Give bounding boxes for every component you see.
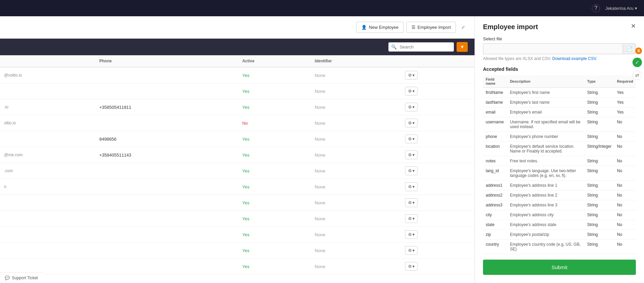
row-action-button[interactable]: ⚙ ▾ bbox=[405, 198, 418, 207]
file-text-input[interactable] bbox=[483, 43, 623, 54]
field-desc: Employee's address line 3 bbox=[507, 200, 584, 210]
table-area: Phone Active Identifier @voltio.io Yes N… bbox=[0, 55, 475, 278]
row-action-button[interactable]: ⚙ ▾ bbox=[405, 71, 418, 80]
row-action-button[interactable]: ⚙ ▾ bbox=[405, 262, 418, 271]
expand-button[interactable]: ⤢ bbox=[459, 22, 468, 33]
gear-icon: ⚙ bbox=[408, 105, 412, 109]
dropdown-arrow: ▾ bbox=[412, 248, 415, 253]
close-icon: ✕ bbox=[631, 23, 636, 29]
search-input[interactable] bbox=[400, 42, 454, 52]
field-type: String bbox=[584, 190, 614, 200]
dropdown-arrow: ▾ bbox=[412, 184, 415, 189]
field-row: country Employee's country code (e.g. US… bbox=[483, 240, 636, 254]
swap-badge: ⇄ bbox=[632, 70, 642, 80]
panel-title: Employee import bbox=[483, 23, 538, 31]
field-type: String bbox=[584, 98, 614, 107]
cell-active: Yes bbox=[238, 83, 311, 99]
row-action-button[interactable]: ⚙ ▾ bbox=[405, 230, 418, 239]
panel-header: Employee import ✕ bbox=[475, 16, 644, 36]
row-action-button[interactable]: ⚙ ▾ bbox=[405, 246, 418, 255]
field-desc: Employee's last name bbox=[507, 98, 584, 107]
cell-active: Yes bbox=[238, 243, 311, 259]
filter-button[interactable]: ▼ bbox=[457, 42, 468, 52]
cell-phone bbox=[95, 163, 238, 179]
cell-actions: ⚙ ▾ bbox=[401, 211, 475, 227]
field-type: String bbox=[584, 181, 614, 190]
support-ticket[interactable]: 💬 Support Ticket bbox=[0, 272, 43, 283]
field-row: city Employee's address city String No bbox=[483, 210, 636, 220]
cell-phone bbox=[95, 243, 238, 259]
file-icon: 📄 bbox=[626, 46, 632, 52]
field-required: No bbox=[614, 230, 636, 240]
employees-table: Phone Active Identifier @voltio.io Yes N… bbox=[0, 55, 475, 275]
cell-identifier: None bbox=[311, 115, 401, 131]
table-row: oltio.io No None ⚙ ▾ bbox=[0, 115, 475, 131]
dropdown-arrow: ▾ bbox=[412, 89, 415, 94]
user-icon: 👤 bbox=[361, 25, 367, 30]
field-required: No bbox=[614, 166, 636, 181]
field-desc: Employee's phone number bbox=[507, 132, 584, 142]
cell-email bbox=[0, 243, 95, 259]
submit-button[interactable]: Submit bbox=[483, 260, 636, 275]
row-action-button[interactable]: ⚙ ▾ bbox=[405, 135, 418, 143]
row-action-button[interactable]: ⚙ ▾ bbox=[405, 166, 418, 175]
cell-actions: ⚙ ▾ bbox=[401, 115, 475, 131]
cell-actions: ⚙ ▾ bbox=[401, 195, 475, 211]
file-hint: Allowed file types are XLSX and CSV. Dow… bbox=[483, 56, 636, 61]
row-action-button[interactable]: ⚙ ▾ bbox=[405, 119, 418, 127]
new-employee-button[interactable]: 👤 New Employee bbox=[356, 22, 403, 33]
cell-email: n bbox=[0, 179, 95, 195]
cell-email bbox=[0, 227, 95, 243]
cell-email bbox=[0, 83, 95, 99]
field-required: No bbox=[614, 200, 636, 210]
cell-email bbox=[0, 195, 95, 211]
field-required: No bbox=[614, 132, 636, 142]
row-action-button[interactable]: ⚙ ▾ bbox=[405, 214, 418, 223]
col-phone: Phone bbox=[95, 55, 238, 67]
cell-identifier: None bbox=[311, 243, 401, 259]
field-type: String bbox=[584, 88, 614, 98]
cell-email: .com bbox=[0, 163, 95, 179]
dropdown-arrow: ▾ bbox=[412, 105, 415, 109]
dropdown-arrow: ▾ bbox=[412, 200, 415, 205]
main-layout: 👤 New Employee ☰ Employee Import ⤢ 🔍 ▼ bbox=[0, 16, 644, 283]
field-type: String bbox=[584, 117, 614, 132]
user-name: Jekaterina Aru bbox=[605, 6, 633, 11]
field-row: location Employee's default service loca… bbox=[483, 142, 636, 156]
table-row: Yes None ⚙ ▾ bbox=[0, 195, 475, 211]
cell-active: Yes bbox=[238, 211, 311, 227]
field-desc: Employee's email bbox=[507, 107, 584, 117]
file-browse-button[interactable]: 📄 bbox=[623, 43, 636, 54]
row-action-button[interactable]: ⚙ ▾ bbox=[405, 150, 418, 159]
cell-email: @voltio.io bbox=[0, 67, 95, 83]
field-name: location bbox=[483, 142, 507, 156]
gear-icon: ⚙ bbox=[408, 73, 412, 78]
field-desc: Employee's first name bbox=[507, 88, 584, 98]
close-button[interactable]: ✕ bbox=[631, 23, 636, 29]
cell-identifier: None bbox=[311, 211, 401, 227]
employee-import-button[interactable]: ☰ Employee Import bbox=[406, 22, 456, 33]
cell-email bbox=[0, 211, 95, 227]
panel-body: Select file 📄 Allowed file types are XLS… bbox=[475, 36, 644, 283]
notification-badge: 8 bbox=[635, 47, 642, 54]
row-action-button[interactable]: ⚙ ▾ bbox=[405, 182, 418, 191]
search-icon-button[interactable]: 🔍 bbox=[388, 42, 400, 52]
download-csv-link[interactable]: Download example CSV. bbox=[552, 56, 597, 61]
gear-icon: ⚙ bbox=[408, 89, 412, 94]
cell-phone bbox=[95, 259, 238, 275]
field-row: state Employee's address state String No bbox=[483, 220, 636, 230]
top-nav: ? Jekaterina Aru ▾ bbox=[0, 0, 644, 16]
row-action-button[interactable]: ⚙ ▾ bbox=[405, 87, 418, 96]
field-type: String bbox=[584, 220, 614, 230]
table-row: 8498656 Yes None ⚙ ▾ bbox=[0, 131, 475, 147]
help-icon[interactable]: ? bbox=[592, 4, 600, 12]
field-required: No bbox=[614, 117, 636, 132]
field-desc: Employee's address city bbox=[507, 210, 584, 220]
cell-phone: 8498656 bbox=[95, 131, 238, 147]
user-menu[interactable]: Jekaterina Aru ▾ bbox=[605, 6, 637, 11]
field-row: lang_id Employee's language. Use two-let… bbox=[483, 166, 636, 181]
row-action-button[interactable]: ⚙ ▾ bbox=[405, 103, 418, 112]
field-name: lang_id bbox=[483, 166, 507, 181]
field-type: String bbox=[584, 166, 614, 181]
cell-identifier: None bbox=[311, 147, 401, 163]
